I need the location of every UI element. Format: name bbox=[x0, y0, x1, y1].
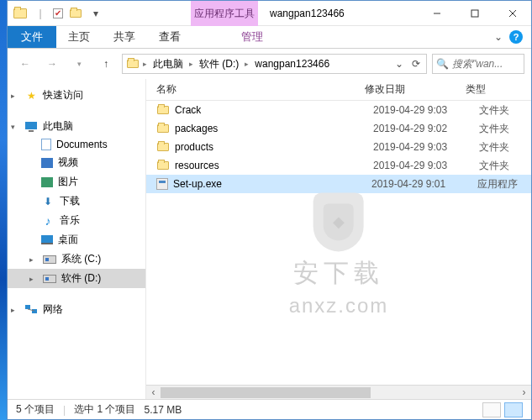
breadcrumb-folder[interactable]: wangpan123466 bbox=[252, 58, 332, 70]
address-bar-row: ← → ▾ ↑ ▸ 此电脑 ▸ 软件 (D:) ▸ wangpan123466 … bbox=[8, 49, 531, 79]
status-selection: 选中 1 个项目 bbox=[74, 402, 135, 417]
file-date: 2019-04-29 9:03 bbox=[373, 104, 474, 116]
window-title: wangpan123466 bbox=[270, 8, 345, 19]
column-name[interactable]: 名称 bbox=[156, 82, 365, 97]
view-details-button[interactable] bbox=[482, 402, 501, 417]
svg-rect-7 bbox=[32, 309, 37, 313]
folder-icon bbox=[156, 103, 170, 117]
svg-rect-4 bbox=[25, 122, 37, 129]
file-type: 应用程序 bbox=[477, 177, 518, 192]
watermark-url: anxz.com bbox=[289, 294, 389, 318]
breadcrumb-drive[interactable]: 软件 (D:) bbox=[197, 57, 241, 71]
svg-rect-1 bbox=[471, 10, 478, 17]
search-input[interactable] bbox=[452, 58, 520, 70]
nav-back-button[interactable]: ← bbox=[14, 53, 36, 75]
ribbon-tabs: 文件 主页 共享 查看 管理 ⌄ ? bbox=[8, 26, 531, 49]
file-name: packages bbox=[175, 123, 368, 134]
tab-share[interactable]: 共享 bbox=[102, 26, 147, 48]
nav-label: 视频 bbox=[58, 155, 78, 170]
nav-drive-c[interactable]: ▸系统 (C:) bbox=[8, 249, 145, 269]
file-list-pane: 名称 修改日期 类型 ◆ 安下载 anxz.com Crack2019-04-2… bbox=[146, 79, 531, 399]
download-icon: ⬇ bbox=[41, 195, 55, 208]
nav-label: 此电脑 bbox=[43, 119, 73, 134]
address-bar[interactable]: ▸ 此电脑 ▸ 软件 (D:) ▸ wangpan123466 ⌄ ⟳ bbox=[122, 54, 427, 74]
tab-file[interactable]: 文件 bbox=[8, 26, 56, 48]
file-date: 2019-04-29 9:03 bbox=[373, 141, 474, 153]
nav-music[interactable]: ♪音乐 bbox=[8, 211, 145, 230]
folder-icon bbox=[126, 57, 140, 71]
tab-manage[interactable]: 管理 bbox=[229, 26, 275, 48]
column-type[interactable]: 类型 bbox=[466, 82, 531, 97]
nav-videos[interactable]: 视频 bbox=[8, 153, 145, 172]
scroll-left-icon[interactable]: ‹ bbox=[146, 386, 161, 400]
maximize-button[interactable] bbox=[456, 1, 493, 25]
refresh-icon[interactable]: ⟳ bbox=[409, 58, 423, 70]
nav-pictures[interactable]: 图片 bbox=[8, 172, 145, 192]
file-row[interactable]: packages2019-04-29 9:02文件夹 bbox=[146, 119, 531, 138]
address-dropdown-icon[interactable]: ⌄ bbox=[392, 58, 406, 70]
file-name: Set-up.exe bbox=[173, 178, 366, 190]
navigation-pane: ▸★快速访问 ▾此电脑 Documents 视频 图片 ⬇下载 ♪音乐 桌面 ▸… bbox=[8, 79, 146, 399]
nav-this-pc[interactable]: ▾此电脑 bbox=[8, 117, 145, 136]
file-type: 文件夹 bbox=[479, 122, 509, 136]
chevron-right-icon[interactable]: ▸ bbox=[143, 60, 147, 68]
search-box[interactable]: 🔍 bbox=[432, 54, 524, 74]
music-icon: ♪ bbox=[41, 214, 55, 228]
nav-label: 网络 bbox=[43, 302, 63, 317]
nav-label: 桌面 bbox=[58, 233, 78, 247]
qat-overflow-icon[interactable]: ▾ bbox=[88, 6, 103, 21]
horizontal-scrollbar[interactable]: ‹ › bbox=[146, 385, 531, 399]
minimize-button[interactable] bbox=[418, 1, 456, 25]
svg-rect-5 bbox=[29, 130, 34, 132]
file-date: 2019-04-29 9:03 bbox=[373, 160, 474, 171]
nav-quick-access[interactable]: ▸★快速访问 bbox=[8, 86, 145, 105]
nav-label: 下载 bbox=[60, 194, 80, 208]
network-icon bbox=[24, 303, 38, 317]
file-row[interactable]: products2019-04-29 9:03文件夹 bbox=[146, 138, 531, 156]
file-date: 2019-04-29 9:01 bbox=[371, 178, 472, 190]
tab-view[interactable]: 查看 bbox=[147, 26, 192, 48]
nav-label: 图片 bbox=[58, 175, 78, 189]
picture-icon bbox=[41, 177, 53, 187]
nav-downloads[interactable]: ⬇下载 bbox=[8, 192, 145, 211]
help-icon[interactable]: ? bbox=[509, 30, 523, 44]
folder-icon bbox=[156, 140, 170, 154]
explorer-window: | ✔ ▾ 应用程序工具 wangpan123466 文件 主页 共享 查看 管… bbox=[7, 0, 532, 420]
nav-network[interactable]: ▸网络 bbox=[8, 300, 145, 319]
scroll-thumb[interactable] bbox=[161, 387, 371, 398]
quick-access-toolbar: | ✔ ▾ bbox=[8, 6, 108, 21]
nav-drive-d[interactable]: ▸软件 (D:) bbox=[8, 269, 145, 288]
file-date: 2019-04-29 9:02 bbox=[373, 123, 474, 134]
file-rows: ◆ 安下载 anxz.com Crack2019-04-29 9:03文件夹pa… bbox=[146, 101, 531, 385]
desktop-icon bbox=[41, 235, 53, 244]
folder-icon bbox=[156, 122, 170, 135]
nav-recent-dropdown[interactable]: ▾ bbox=[68, 53, 90, 75]
contextual-tab-label: 应用程序工具 bbox=[191, 1, 258, 26]
nav-label: 快速访问 bbox=[43, 88, 83, 102]
file-row[interactable]: Crack2019-04-29 9:03文件夹 bbox=[146, 101, 531, 119]
column-date[interactable]: 修改日期 bbox=[365, 82, 466, 97]
close-button[interactable] bbox=[493, 1, 531, 25]
file-row[interactable]: Set-up.exe2019-04-29 9:01应用程序 bbox=[146, 175, 531, 193]
file-name: Crack bbox=[175, 104, 368, 116]
file-type: 文件夹 bbox=[479, 159, 509, 173]
drive-icon bbox=[43, 255, 56, 264]
folder-small-icon[interactable] bbox=[68, 6, 83, 21]
nav-label: Documents bbox=[56, 139, 108, 150]
nav-up-button[interactable]: ↑ bbox=[95, 53, 117, 75]
breadcrumb-root[interactable]: 此电脑 bbox=[150, 57, 186, 71]
chevron-right-icon[interactable]: ▸ bbox=[245, 60, 249, 68]
nav-desktop[interactable]: 桌面 bbox=[8, 230, 145, 249]
scroll-right-icon[interactable]: › bbox=[517, 386, 531, 400]
chevron-right-icon[interactable]: ▸ bbox=[189, 60, 193, 68]
view-icons-button[interactable] bbox=[504, 402, 523, 417]
file-type: 文件夹 bbox=[479, 103, 509, 118]
video-icon bbox=[41, 158, 53, 168]
nav-documents[interactable]: Documents bbox=[8, 136, 145, 153]
expand-ribbon-icon[interactable]: ⌄ bbox=[494, 31, 503, 43]
file-row[interactable]: resources2019-04-29 9:03文件夹 bbox=[146, 156, 531, 175]
tab-home[interactable]: 主页 bbox=[56, 26, 102, 48]
checkbox-icon[interactable]: ✔ bbox=[53, 8, 63, 18]
qat-divider: | bbox=[33, 6, 48, 21]
star-icon: ★ bbox=[24, 89, 38, 102]
